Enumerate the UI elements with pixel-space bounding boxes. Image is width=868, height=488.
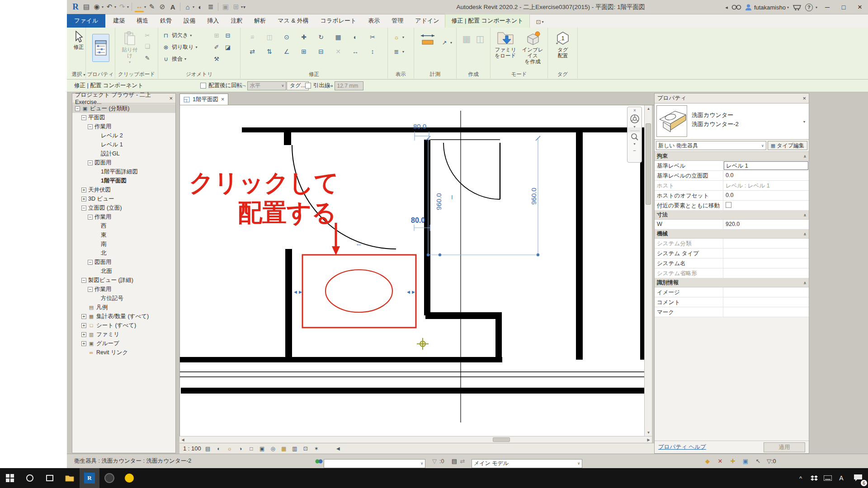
- dim-text-v1[interactable]: 960.0: [435, 193, 443, 210]
- expand-toggle[interactable]: [81, 323, 86, 328]
- show-crop-region-icon[interactable]: ▣: [258, 445, 266, 453]
- property-row[interactable]: 基準レベルの立面図0.0: [655, 171, 809, 181]
- tree-item-south[interactable]: 南: [72, 239, 175, 249]
- split-face-icon[interactable]: ◪: [224, 43, 232, 51]
- tab-structure[interactable]: 構造: [131, 14, 154, 28]
- redo-icon[interactable]: ↷: [118, 1, 127, 12]
- undo-icon[interactable]: ↶: [105, 1, 114, 12]
- modify-tool-icon-split[interactable]: ✂: [367, 32, 378, 42]
- start-button[interactable]: [0, 468, 20, 488]
- leader-checkbox[interactable]: [305, 83, 311, 89]
- section-mechanical[interactable]: 機械∧: [655, 230, 809, 239]
- revit-logo-icon[interactable]: R: [71, 2, 80, 12]
- tab-analyze[interactable]: 解析: [248, 14, 272, 28]
- tree-item-sheets-use[interactable]: 図面用: [72, 158, 175, 167]
- browser-button[interactable]: [99, 468, 119, 488]
- tree-item-east[interactable]: 東: [72, 230, 175, 239]
- tree-item-north-symbol[interactable]: 方位記号: [72, 294, 175, 303]
- tree-item-design-gl[interactable]: 設計GL: [72, 149, 175, 158]
- section-collapse-icon[interactable]: ∧: [803, 232, 807, 236]
- search-icon[interactable]: [731, 4, 741, 10]
- property-row[interactable]: マーク: [655, 307, 809, 317]
- apply-button[interactable]: 適用: [764, 442, 805, 452]
- scroll-down-icon[interactable]: ▼: [645, 429, 652, 436]
- detail-line-icon[interactable]: ✎: [147, 1, 156, 12]
- property-row[interactable]: システム分類: [655, 239, 809, 249]
- temporary-hide-isolate-icon[interactable]: ◎: [269, 445, 277, 453]
- panel-properties-label[interactable]: プロパティ: [86, 71, 115, 78]
- active-workset-combo[interactable]: ∨: [324, 459, 425, 468]
- tree-item-floor-plans[interactable]: 平面図: [72, 113, 175, 122]
- tree-item-drafting-views[interactable]: 製図ビュー (詳細): [72, 276, 175, 285]
- design-option-combo[interactable]: メイン モデル ∨: [472, 459, 582, 468]
- modify-tool-icon-move[interactable]: ✚: [298, 32, 309, 42]
- tab-massing-site[interactable]: マス & 外構: [272, 14, 315, 28]
- collapse-toggle[interactable]: [75, 106, 80, 111]
- modify-tool-icon-array[interactable]: ▦: [333, 32, 344, 42]
- reveal-hidden-tool[interactable]: ☼▾: [392, 33, 404, 41]
- tree-item-sheets[interactable]: □シート (すべて): [72, 321, 175, 330]
- placement-plane-combo[interactable]: 水平 ∨: [247, 81, 286, 90]
- load-family-button[interactable]: ファミリをロード: [493, 30, 518, 59]
- detail-level-icon[interactable]: ▤: [204, 445, 212, 453]
- yellow-app-button[interactable]: [119, 468, 139, 488]
- type-selector-caret-icon[interactable]: ▾: [803, 120, 805, 124]
- help-icon[interactable]: ?: [805, 4, 813, 11]
- horizontal-scroll-thumb[interactable]: [493, 437, 510, 442]
- property-row[interactable]: イメージ: [655, 287, 809, 297]
- drag-on-selection-toggle-icon[interactable]: ↖: [754, 458, 762, 465]
- section-icon[interactable]: ◐: [196, 1, 205, 12]
- tab-modify-place-component[interactable]: 修正 | 配置 コンポーネント: [445, 14, 529, 28]
- properties-toggle-button[interactable]: [92, 34, 109, 62]
- tree-item-west[interactable]: 西: [72, 221, 175, 230]
- tree-item-ceiling-plans[interactable]: 天井伏図: [72, 185, 175, 194]
- action-center-button[interactable]: 6: [848, 468, 868, 488]
- properties-header[interactable]: プロパティ ×: [655, 94, 809, 103]
- cope-tool[interactable]: ⊓ 切欠き▾: [162, 31, 192, 39]
- panel-modify-label[interactable]: 修正: [241, 71, 387, 78]
- infocenter-collapse-icon[interactable]: ◂: [725, 5, 728, 10]
- reveal-constraints-icon[interactable]: ✶: [312, 445, 321, 453]
- qat-customize-icon[interactable]: ▾: [243, 5, 245, 9]
- modify-tool-icon-offset[interactable]: ⊙: [281, 32, 292, 42]
- modify-tool-icon-pin[interactable]: ⊞: [298, 47, 309, 56]
- dim-text-top[interactable]: 80.0: [413, 122, 426, 130]
- level-input[interactable]: レベル 1: [724, 161, 808, 170]
- modify-pulldown[interactable]: ⊡▾: [536, 19, 544, 28]
- wheel-menu-caret-icon[interactable]: ▾: [629, 125, 640, 129]
- tree-item-elev-working[interactable]: 作業用: [72, 212, 175, 221]
- project-browser-close-icon[interactable]: ×: [169, 95, 173, 102]
- tray-chevron-icon[interactable]: ^: [794, 468, 807, 488]
- collapse-toggle[interactable]: [81, 206, 86, 211]
- cut-clipboard-icon[interactable]: ✂: [143, 31, 151, 39]
- flip-control-right[interactable]: ◄►: [406, 289, 416, 295]
- visual-style-icon[interactable]: ◐: [215, 445, 223, 453]
- tree-item-level1[interactable]: レベル 1: [72, 140, 175, 149]
- navbar-close-icon[interactable]: ×: [629, 108, 640, 113]
- collapse-toggle[interactable]: [88, 287, 93, 292]
- 3d-view-caret-icon[interactable]: ▾: [193, 5, 194, 9]
- property-row[interactable]: ホストレベル : レベル 1: [655, 181, 809, 191]
- section-collapse-icon[interactable]: ∧: [803, 281, 807, 285]
- document-tab-close-icon[interactable]: ×: [221, 96, 224, 103]
- canvas-vertical-scrollbar[interactable]: ▲ ▼: [644, 105, 652, 436]
- expand-toggle[interactable]: [81, 332, 86, 337]
- dim-grip[interactable]: [439, 253, 441, 256]
- panel-measure-label[interactable]: 計測: [414, 71, 456, 78]
- cut-geometry-tool[interactable]: ⊗ 切り取り▾: [162, 43, 198, 51]
- section-constraints[interactable]: 拘束∧: [655, 152, 809, 161]
- model-inplace-button[interactable]: インプレイスを作成: [519, 30, 546, 65]
- modify-tool-icon-extend[interactable]: ⇅: [264, 47, 275, 56]
- tree-item-drafting-working[interactable]: 作業用: [72, 285, 175, 294]
- text-icon[interactable]: A: [168, 1, 177, 12]
- tab-architecture[interactable]: 建築: [107, 14, 131, 28]
- scroll-right-icon[interactable]: ▶: [645, 436, 652, 443]
- section-collapse-icon[interactable]: ∧: [803, 213, 807, 217]
- property-row[interactable]: 付近の要素とともに移動: [655, 201, 809, 211]
- ime-indicator[interactable]: A: [835, 468, 848, 488]
- tree-item-families[interactable]: ▥ファミリ: [72, 330, 175, 339]
- rotate-after-placement-option[interactable]: 配置後に回転: [200, 80, 242, 92]
- drawing-canvas[interactable]: 80.0 80.0 960.0 960.0 I ⇔ ◄► ◄► クリックして 配…: [179, 105, 644, 436]
- open-caret-icon[interactable]: ▾: [102, 5, 104, 9]
- aligned-dimension-button[interactable]: [418, 32, 438, 47]
